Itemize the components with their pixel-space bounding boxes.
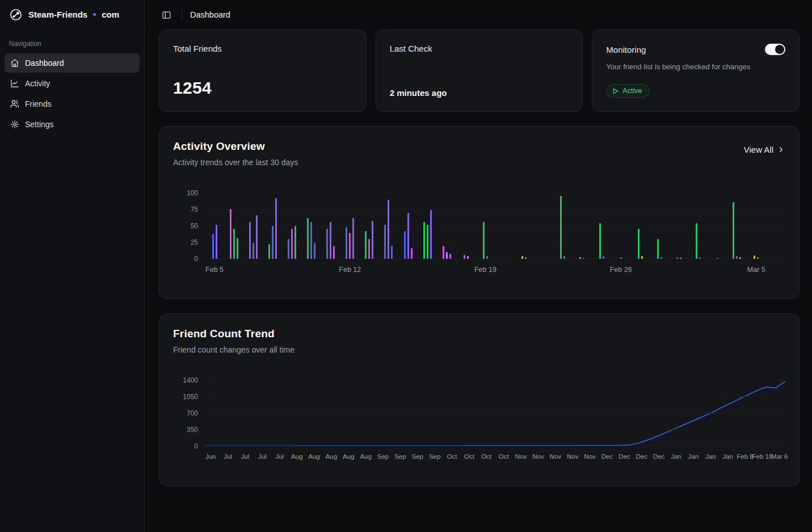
activity-bar bbox=[372, 221, 373, 259]
total-friends-card: Total Friends 1254 bbox=[159, 30, 367, 112]
stat-label: Last Check bbox=[390, 44, 569, 53]
sidebar-item-label: Dashboard bbox=[25, 58, 64, 68]
x-tick-label: Jan bbox=[722, 453, 733, 460]
total-friends-value: 1254 bbox=[173, 78, 352, 98]
activity-bar bbox=[411, 248, 413, 259]
activity-bar bbox=[599, 223, 601, 259]
x-tick-label: Dec bbox=[653, 453, 664, 460]
sidebar-item-activity[interactable]: Activity bbox=[5, 74, 140, 93]
sidebar-nav: Dashboard Activity Friends bbox=[0, 52, 144, 135]
gridline bbox=[205, 413, 785, 413]
x-tick-label: Jul bbox=[224, 453, 232, 460]
gridline bbox=[205, 446, 785, 446]
activity-bar bbox=[430, 210, 432, 259]
x-tick-label: Jan bbox=[688, 453, 699, 460]
activity-bar bbox=[736, 256, 738, 259]
x-tick-label: Dec bbox=[636, 453, 647, 460]
main-area: Dashboard Total Friends 1254 Last Check … bbox=[145, 0, 812, 532]
activity-bar bbox=[638, 229, 639, 259]
x-tick-label: Sep bbox=[377, 453, 389, 460]
x-tick-label: Oct bbox=[499, 453, 509, 460]
activity-bar bbox=[754, 255, 755, 259]
activity-bar bbox=[291, 229, 293, 259]
panel-left-icon bbox=[162, 10, 171, 20]
activity-bar bbox=[384, 225, 386, 259]
gridline bbox=[205, 429, 785, 430]
x-tick-label: Aug bbox=[360, 453, 371, 460]
activity-chart-title: Activity Overview bbox=[173, 140, 298, 153]
home-icon bbox=[10, 58, 19, 68]
y-tick-label: 50 bbox=[191, 222, 198, 230]
gridline bbox=[205, 192, 785, 193]
x-tick-label: Feb 5 bbox=[205, 266, 224, 274]
activity-bar bbox=[696, 223, 697, 259]
sidebar-header: Steam-Friendscom bbox=[0, 0, 144, 30]
activity-bar bbox=[525, 257, 527, 259]
x-tick-label: Feb 8 bbox=[737, 453, 753, 460]
activity-bar bbox=[346, 227, 347, 259]
x-tick-label: Sep bbox=[394, 453, 406, 460]
activity-bar bbox=[676, 257, 678, 259]
last-check-card: Last Check 2 minutes ago bbox=[376, 30, 583, 112]
x-tick-label: Sep bbox=[412, 453, 423, 460]
page-title: Dashboard bbox=[190, 10, 230, 19]
activity-bar bbox=[352, 218, 354, 259]
activity-bar bbox=[427, 225, 428, 259]
view-all-link[interactable]: View All bbox=[744, 145, 785, 154]
content: Total Friends 1254 Last Check 2 minutes … bbox=[145, 30, 812, 500]
sidebar-item-friends[interactable]: Friends bbox=[5, 94, 140, 114]
x-tick-label: Jul bbox=[258, 453, 267, 460]
activity-bar bbox=[349, 233, 351, 259]
trend-line bbox=[205, 382, 785, 446]
activity-overview-card: Activity Overview Activity trends over t… bbox=[159, 126, 800, 299]
activity-bar bbox=[256, 215, 258, 259]
activity-bar bbox=[404, 231, 406, 259]
sidebar-toggle-button[interactable] bbox=[159, 7, 174, 22]
x-tick-label: Oct bbox=[464, 453, 474, 460]
x-tick-label: Aug bbox=[326, 453, 337, 460]
activity-bar bbox=[333, 246, 335, 259]
x-tick-label: Nov bbox=[584, 453, 595, 460]
x-tick-label: Feb 12 bbox=[339, 266, 361, 274]
activity-x-axis: Feb 5Feb 12Feb 19Feb 26Mar 5 bbox=[205, 261, 785, 275]
stat-label: Total Friends bbox=[173, 44, 352, 53]
y-tick-label: 700 bbox=[187, 409, 198, 417]
x-tick-label: Jul bbox=[241, 453, 250, 460]
activity-y-axis: 0255075100 bbox=[173, 193, 205, 259]
activity-bar bbox=[407, 213, 409, 259]
activity-bar bbox=[253, 243, 254, 259]
x-tick-label: Dec bbox=[601, 453, 613, 460]
activity-bar bbox=[464, 255, 465, 259]
topbar: Dashboard bbox=[145, 0, 812, 30]
activity-bar bbox=[391, 246, 393, 259]
gridline bbox=[205, 225, 785, 226]
trend-chart-subtitle: Friend count changes over all time bbox=[173, 345, 294, 354]
activity-bar bbox=[620, 257, 622, 259]
y-tick-label: 0 bbox=[194, 255, 198, 263]
brand: Steam-Friendscom bbox=[28, 10, 119, 19]
activity-bar bbox=[237, 238, 238, 259]
activity-bar bbox=[230, 209, 232, 259]
y-tick-label: 0 bbox=[194, 442, 198, 450]
monitoring-card: Monitoring Your friend list is being che… bbox=[592, 30, 800, 112]
activity-bar bbox=[307, 218, 309, 259]
activity-bar bbox=[660, 257, 662, 259]
x-tick-label: Aug bbox=[291, 453, 302, 460]
gridline bbox=[205, 380, 785, 380]
brand-name: Steam-Friends bbox=[28, 10, 87, 19]
x-tick-label: Jul bbox=[275, 453, 284, 460]
activity-bar bbox=[388, 200, 389, 259]
monitoring-description: Your friend list is being checked for ch… bbox=[606, 62, 785, 72]
sidebar-item-dashboard[interactable]: Dashboard bbox=[5, 53, 140, 73]
activity-bar bbox=[739, 257, 741, 259]
activity-bar bbox=[521, 256, 523, 259]
x-tick-label: Oct bbox=[447, 453, 457, 460]
activity-bar bbox=[288, 239, 289, 259]
x-tick-label: Aug bbox=[308, 453, 319, 460]
x-tick-label: Nov bbox=[550, 453, 561, 460]
view-all-label: View All bbox=[744, 145, 773, 154]
sidebar-item-settings[interactable]: Settings bbox=[5, 115, 140, 134]
chart-line-icon bbox=[10, 79, 19, 88]
chevron-right-icon bbox=[777, 145, 785, 154]
monitoring-toggle[interactable] bbox=[765, 44, 785, 55]
